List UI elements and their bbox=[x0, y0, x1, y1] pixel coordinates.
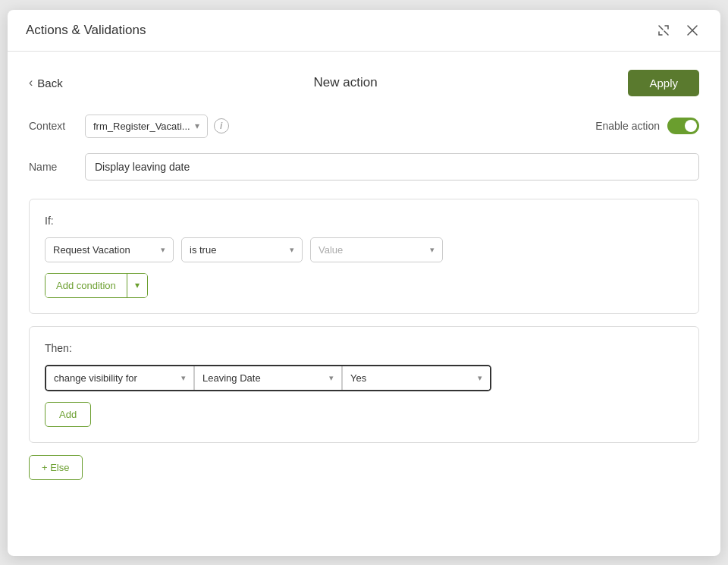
add-condition-chevron-icon: ▾ bbox=[135, 280, 140, 290]
then-target-chevron-icon: ▾ bbox=[329, 373, 334, 383]
context-label: Context bbox=[29, 120, 74, 132]
then-action-dropdown[interactable]: change visibility for ▾ bbox=[46, 366, 194, 390]
toolbar: ‹ Back New action Apply bbox=[29, 70, 699, 96]
condition-operator-chevron-icon: ▾ bbox=[290, 245, 294, 255]
expand-icon bbox=[657, 24, 670, 37]
modal-title: Actions & Validations bbox=[26, 23, 146, 38]
apply-button[interactable]: Apply bbox=[628, 70, 699, 96]
condition-operator-value: is true bbox=[190, 244, 216, 256]
enable-action-group: Enable action bbox=[595, 118, 699, 134]
condition-field-value: Request Vacation bbox=[53, 244, 130, 256]
back-arrow-icon: ‹ bbox=[29, 76, 33, 89]
name-row: Name bbox=[29, 153, 699, 180]
then-value-dropdown[interactable]: Yes ▾ bbox=[342, 366, 490, 390]
modal-body: ‹ Back New action Apply Context frm_Regi… bbox=[8, 52, 720, 556]
name-input[interactable] bbox=[85, 153, 699, 180]
condition-field-dropdown[interactable]: Request Vacation ▾ bbox=[45, 237, 174, 262]
new-action-title: New action bbox=[314, 75, 378, 90]
context-dropdown[interactable]: frm_Register_Vacati... ▾ bbox=[85, 115, 208, 138]
then-card: Then: change visibility for ▾ Leaving Da… bbox=[29, 326, 699, 443]
if-card: If: Request Vacation ▾ is true ▾ Value ▾… bbox=[29, 199, 699, 314]
back-label: Back bbox=[37, 77, 62, 89]
condition-row: Request Vacation ▾ is true ▾ Value ▾ bbox=[45, 237, 683, 262]
condition-value-chevron-icon: ▾ bbox=[430, 245, 435, 255]
enable-action-toggle[interactable] bbox=[667, 118, 699, 134]
then-value-text: Yes bbox=[350, 372, 366, 384]
condition-field-chevron-icon: ▾ bbox=[161, 245, 165, 255]
else-button[interactable]: + Else bbox=[29, 455, 83, 480]
context-value: frm_Register_Vacati... bbox=[93, 121, 190, 132]
then-action-chevron-icon: ▾ bbox=[181, 373, 186, 383]
add-condition-button[interactable]: Add condition bbox=[46, 274, 127, 297]
condition-value-dropdown[interactable]: Value ▾ bbox=[310, 237, 443, 262]
expand-button[interactable] bbox=[654, 22, 673, 39]
condition-operator-dropdown[interactable]: is true ▾ bbox=[181, 237, 303, 262]
add-condition-chevron-button[interactable]: ▾ bbox=[127, 274, 147, 297]
context-info-icon[interactable]: i bbox=[214, 118, 229, 133]
then-target-value: Leaving Date bbox=[202, 372, 261, 384]
then-row: change visibility for ▾ Leaving Date ▾ Y… bbox=[45, 365, 683, 391]
if-label: If: bbox=[45, 215, 683, 227]
then-action-value: change visibility for bbox=[54, 372, 137, 384]
modal-header-icons bbox=[654, 22, 702, 39]
context-select-group: frm_Register_Vacati... ▾ i bbox=[85, 115, 229, 138]
enable-action-label: Enable action bbox=[595, 120, 660, 132]
back-button[interactable]: ‹ Back bbox=[29, 76, 63, 89]
then-label: Then: bbox=[45, 342, 683, 354]
context-chevron-icon: ▾ bbox=[195, 121, 199, 131]
condition-value-text: Value bbox=[318, 244, 343, 256]
name-label: Name bbox=[29, 161, 74, 173]
add-condition-group: Add condition ▾ bbox=[45, 273, 148, 298]
modal: Actions & Validations ‹ Back New action … bbox=[8, 10, 720, 556]
then-target-dropdown[interactable]: Leaving Date ▾ bbox=[194, 366, 342, 390]
close-icon bbox=[686, 24, 699, 37]
modal-header: Actions & Validations bbox=[8, 10, 720, 52]
close-button[interactable] bbox=[682, 22, 702, 39]
context-row: Context frm_Register_Vacati... ▾ i Enabl… bbox=[29, 115, 699, 138]
add-button[interactable]: Add bbox=[45, 402, 91, 427]
then-action-group: change visibility for ▾ Leaving Date ▾ Y… bbox=[45, 365, 491, 391]
then-value-chevron-icon: ▾ bbox=[478, 373, 482, 383]
